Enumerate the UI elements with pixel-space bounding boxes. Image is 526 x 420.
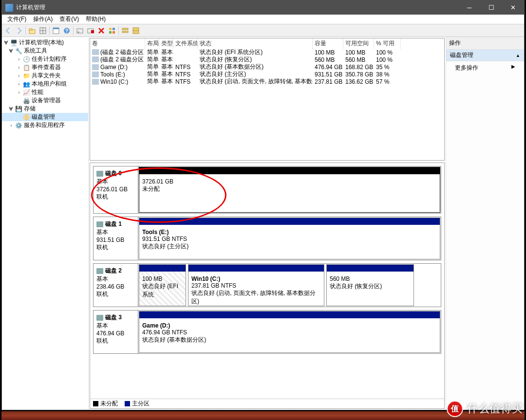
menu-view[interactable]: 查看(V) (56, 15, 82, 23)
collapse-icon: ▲ (516, 53, 520, 58)
volume-list[interactable]: 卷 布局 类型 文件系统 状态 容量 可用空间 % 可用 (磁盘 2 磁盘分区 … (90, 38, 445, 161)
tree-event-viewer[interactable]: ›📋事件查看器 (2, 63, 88, 72)
actions-group[interactable]: 磁盘管理▲ (446, 50, 524, 61)
svg-rect-1 (29, 29, 32, 30)
disk-block[interactable]: 磁盘 2基本238.46 GB联机100 MB状态良好 (EFI 系统Win10… (93, 263, 441, 307)
actions-more[interactable]: 更多操作▶ (446, 61, 524, 74)
disk-info[interactable]: 磁盘 0基本3726.01 GB联机 (93, 166, 138, 214)
back-button[interactable] (3, 25, 14, 36)
delete-icon[interactable] (96, 25, 107, 36)
decorative-bottom (1, 411, 525, 420)
disk-block[interactable]: 磁盘 0基本3726.01 GB联机3726.01 GB未分配 (93, 166, 441, 214)
refresh-icon[interactable] (38, 25, 48, 36)
volume-row[interactable]: (磁盘 2 磁盘分区 1)简单基本状态良好 (EFI 系统分区)100 MB10… (90, 49, 444, 56)
navigation-tree[interactable]: ⮟🖥️计算机管理(本地) ⮟🔧系统工具 ›🕒任务计划程序 ›📋事件查看器 ›📁共… (2, 37, 89, 410)
drive-icon (92, 64, 99, 70)
view-icon-1[interactable] (120, 25, 131, 36)
volume-row[interactable]: Game (D:)简单基本NTFS状态良好 (基本数据分区)476.94 GB1… (90, 63, 444, 71)
col-capacity[interactable]: 容量 (313, 38, 343, 49)
tree-disk-management[interactable]: 📀磁盘管理 (2, 113, 88, 121)
disk-partitions: Tools (E:)931.51 GB NTFS状态良好 (主分区) (138, 217, 441, 260)
partition[interactable]: 560 MB状态良好 (恢复分区) (326, 264, 414, 306)
disk-block[interactable]: 磁盘 1基本931.51 GB联机Tools (E:)931.51 GB NTF… (93, 217, 441, 260)
view-icon-2[interactable] (131, 25, 141, 36)
toolbar-divider (118, 26, 119, 35)
tree-task-scheduler[interactable]: ›🕒任务计划程序 (2, 55, 88, 63)
toolbar: ? (2, 24, 524, 37)
disk-partitions: Game (D:)476.94 GB NTFS状态良好 (基本数据分区) (138, 310, 441, 354)
app-icon (5, 4, 13, 12)
maximize-button[interactable]: ☐ (480, 0, 502, 15)
window-title: 计算机管理 (16, 3, 45, 12)
tree-storage[interactable]: ⮟💾存储 (2, 105, 88, 113)
col-volume[interactable]: 卷 (90, 38, 145, 49)
disk-info[interactable]: 磁盘 1基本931.51 GB联机 (93, 217, 138, 260)
svg-rect-17 (122, 28, 128, 30)
tree-performance[interactable]: ›📈性能 (2, 88, 88, 96)
col-pct[interactable]: % 可用 (374, 38, 401, 49)
toolbar-divider (25, 26, 26, 35)
drive-icon (92, 49, 99, 55)
action-icon-2[interactable] (85, 25, 96, 36)
forward-button[interactable] (14, 25, 24, 36)
toolbar-divider (49, 26, 50, 35)
disk-icon (96, 315, 103, 321)
col-status[interactable]: 状态 (198, 38, 313, 49)
legend: 未分配 主分区 (90, 399, 444, 408)
minimize-button[interactable]: ─ (458, 0, 480, 15)
partition[interactable]: 3726.01 GB未分配 (139, 167, 440, 213)
action-icon-1[interactable] (75, 25, 85, 36)
tree-device-manager[interactable]: 🖨️设备管理器 (2, 96, 88, 105)
tree-local-users[interactable]: ›👥本地用户和组 (2, 80, 88, 88)
disk-icon (96, 171, 103, 177)
disk-info[interactable]: 磁盘 3基本476.94 GB联机 (93, 310, 138, 354)
volume-row[interactable]: Tools (E:)简单基本NTFS状态良好 (主分区)931.51 GB350… (90, 71, 444, 78)
actions-pane: 操作 磁盘管理▲ 更多操作▶ (446, 37, 524, 410)
grid-icon[interactable] (107, 25, 117, 36)
partition[interactable]: Game (D:)476.94 GB NTFS状态良好 (基本数据分区) (139, 311, 440, 353)
properties-icon[interactable] (51, 25, 61, 36)
col-free[interactable]: 可用空间 (343, 38, 374, 49)
volume-row[interactable]: Win10 (C:)简单基本NTFS状态良好 (启动, 页面文件, 故障转储, … (90, 78, 444, 85)
disk-icon (96, 268, 103, 274)
computer-management-window: 计算机管理 ─ ☐ ✕ 文件(F) 操作(A) 查看(V) 帮助(H) ? ⮟🖥… (1, 0, 525, 410)
partition[interactable]: Tools (E:)931.51 GB NTFS状态良好 (主分区) (139, 218, 440, 259)
col-fs[interactable]: 文件系统 (173, 38, 198, 49)
close-button[interactable]: ✕ (502, 0, 524, 15)
menu-help[interactable]: 帮助(H) (82, 15, 109, 23)
volume-row[interactable]: (磁盘 2 磁盘分区 4)简单基本状态良好 (恢复分区)560 MB560 MB… (90, 56, 444, 63)
disk-graphical-view[interactable]: 磁盘 0基本3726.01 GB联机3726.01 GB未分配磁盘 1基本931… (90, 163, 445, 409)
col-type[interactable]: 类型 (159, 38, 173, 49)
tree-system-tools[interactable]: ⮟🔧系统工具 (2, 47, 88, 55)
disk-partitions: 100 MB状态良好 (EFI 系统Win10 (C:)237.81 GB NT… (138, 263, 441, 307)
col-layout[interactable]: 布局 (145, 38, 159, 49)
disk-icon (96, 221, 103, 227)
disk-block[interactable]: 磁盘 3基本476.94 GB联机Game (D:)476.94 GB NTFS… (93, 310, 441, 354)
svg-rect-14 (113, 28, 115, 30)
tree-shared-folders[interactable]: ›📁共享文件夹 (2, 72, 88, 80)
actions-header: 操作 (446, 37, 524, 50)
help-icon[interactable]: ? (61, 25, 72, 36)
svg-rect-15 (109, 31, 112, 34)
partition[interactable]: Win10 (C:)237.81 GB NTFS状态良好 (启动, 页面文件, … (188, 264, 324, 306)
tree-root[interactable]: ⮟🖥️计算机管理(本地) (2, 38, 88, 47)
svg-rect-6 (53, 28, 59, 29)
drive-icon (92, 56, 99, 62)
menu-action[interactable]: 操作(A) (30, 15, 56, 23)
legend-swatch-unallocated (93, 401, 98, 406)
svg-text:?: ? (65, 28, 68, 34)
titlebar[interactable]: 计算机管理 ─ ☐ ✕ (2, 0, 524, 15)
disk-info[interactable]: 磁盘 2基本238.46 GB联机 (93, 263, 138, 307)
svg-rect-16 (113, 31, 115, 34)
drive-icon (92, 79, 99, 85)
toolbar-divider (73, 26, 74, 35)
legend-swatch-primary (125, 401, 130, 406)
menu-file[interactable]: 文件(F) (4, 15, 30, 23)
partition[interactable]: 100 MB状态良好 (EFI 系统 (139, 264, 186, 306)
volume-header-row: 卷 布局 类型 文件系统 状态 容量 可用空间 % 可用 (90, 38, 444, 49)
svg-rect-13 (109, 28, 112, 30)
legend-label-unallocated: 未分配 (100, 400, 118, 407)
tree-services-apps[interactable]: ›⚙️服务和应用程序 (2, 121, 88, 129)
up-level-icon[interactable] (27, 25, 38, 36)
svg-point-10 (78, 31, 79, 33)
